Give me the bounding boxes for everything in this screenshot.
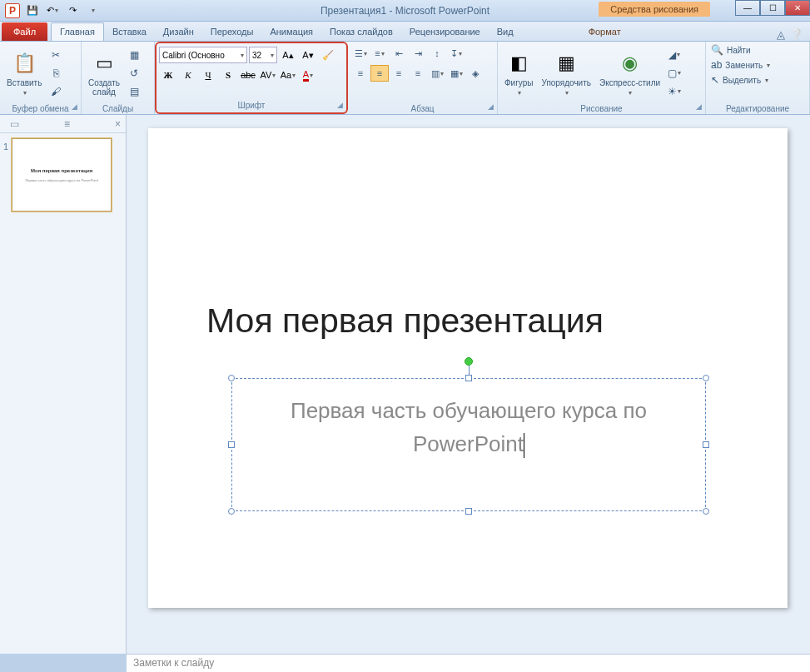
numbering-icon[interactable]: ≡▾ bbox=[370, 45, 389, 62]
align-left-icon[interactable]: ≡ bbox=[351, 65, 370, 82]
bold-button[interactable]: Ж bbox=[159, 67, 177, 83]
group-clipboard: 📋 Вставить ▾ ✂ ⎘ 🖌 Буфер обмена ◢ bbox=[0, 42, 82, 114]
subtitle-textbox[interactable]: Первая часть обучающего курса по PowerPo… bbox=[231, 378, 706, 511]
thumbnail-slide-1[interactable]: 1 Моя первая презентация Первая часть об… bbox=[0, 133, 126, 217]
section-icon[interactable]: ▤ bbox=[125, 83, 143, 100]
thumbnails-close-icon[interactable]: × bbox=[115, 118, 121, 130]
resize-handle-ne[interactable] bbox=[703, 375, 709, 381]
title-bar: P 💾 ↶▾ ↷ ▾ Презентация1 - Microsoft Powe… bbox=[0, 0, 810, 22]
font-size-combo[interactable]: 32▾ bbox=[249, 47, 277, 63]
paragraph-launcher[interactable]: ◢ bbox=[485, 102, 495, 112]
paste-button[interactable]: 📋 Вставить ▾ bbox=[3, 48, 45, 98]
paste-icon: 📋 bbox=[11, 50, 37, 77]
thumbnails-tab-outline-icon[interactable]: ≡ bbox=[64, 118, 70, 130]
align-center-icon[interactable]: ≡ bbox=[370, 65, 389, 82]
cut-icon[interactable]: ✂ bbox=[47, 47, 65, 63]
new-slide-icon: ▭ bbox=[91, 50, 117, 77]
bullets-icon[interactable]: ☰▾ bbox=[351, 45, 370, 62]
maximize-button[interactable]: ☐ bbox=[760, 0, 785, 16]
justify-icon[interactable]: ≡ bbox=[409, 65, 427, 82]
tab-slideshow[interactable]: Показ слайдов bbox=[321, 23, 401, 41]
format-painter-icon[interactable]: 🖌 bbox=[47, 83, 65, 100]
italic-button[interactable]: К bbox=[179, 67, 197, 83]
app-icon[interactable]: P bbox=[3, 2, 22, 20]
tab-file[interactable]: Файл bbox=[2, 22, 47, 41]
font-color-button[interactable]: A▾ bbox=[299, 67, 317, 83]
window-controls: — ☐ ✕ bbox=[735, 0, 810, 16]
font-name-combo[interactable]: Calibri (Основно▾ bbox=[159, 47, 247, 63]
rotation-handle[interactable] bbox=[465, 357, 473, 366]
workspace: ▭ ≡ × 1 Моя первая презентация Первая ча… bbox=[0, 115, 810, 654]
tab-transitions[interactable]: Переходы bbox=[202, 23, 262, 41]
minimize-button[interactable]: — bbox=[735, 0, 760, 16]
resize-handle-nw[interactable] bbox=[228, 375, 235, 381]
indent-dec-icon[interactable]: ⇤ bbox=[390, 45, 408, 62]
find-icon: 🔍 bbox=[711, 44, 723, 56]
indent-inc-icon[interactable]: ⇥ bbox=[409, 45, 427, 62]
group-drawing: ◧ Фигуры▾ ▦ Упорядочить▾ ◉ Экспресс-стил… bbox=[498, 42, 706, 114]
text-direction-icon[interactable]: ↧▾ bbox=[447, 45, 465, 62]
arrange-button[interactable]: ▦ Упорядочить▾ bbox=[538, 48, 594, 98]
font-launcher[interactable]: ◢ bbox=[335, 101, 345, 111]
slide-canvas-area[interactable]: Моя первая презентация Первая часть обуч… bbox=[127, 115, 810, 654]
quick-styles-button[interactable]: ◉ Экспресс-стили▾ bbox=[596, 48, 663, 98]
tab-home[interactable]: Главная bbox=[51, 22, 104, 41]
tab-format[interactable]: Формат bbox=[580, 23, 629, 41]
thumbnails-tab-slides-icon[interactable]: ▭ bbox=[10, 118, 19, 130]
ribbon-minimize-icon[interactable]: ◬ bbox=[777, 28, 785, 41]
find-button[interactable]: 🔍Найти bbox=[709, 43, 753, 57]
slide-title-text[interactable]: Моя первая презентация bbox=[206, 301, 604, 341]
grow-font-icon[interactable]: A▴ bbox=[279, 47, 297, 63]
tab-view[interactable]: Вид bbox=[489, 23, 522, 41]
tab-animation[interactable]: Анимация bbox=[261, 23, 321, 41]
change-case-button[interactable]: Aa▾ bbox=[279, 67, 297, 83]
layout-icon[interactable]: ▦ bbox=[125, 47, 143, 63]
group-editing: 🔍Найти abЗаменить▾ ↖Выделить▾ Редактиров… bbox=[706, 42, 810, 114]
align-text-icon[interactable]: ▦▾ bbox=[447, 65, 465, 82]
tab-insert[interactable]: Вставка bbox=[104, 23, 155, 41]
resize-handle-sw[interactable] bbox=[228, 508, 235, 515]
redo-icon[interactable]: ↷ bbox=[63, 2, 82, 20]
shape-outline-icon[interactable]: ▢▾ bbox=[665, 65, 683, 82]
resize-handle-w[interactable] bbox=[228, 441, 235, 448]
align-right-icon[interactable]: ≡ bbox=[390, 65, 408, 82]
undo-icon[interactable]: ↶▾ bbox=[43, 2, 62, 20]
line-spacing-icon[interactable]: ↕ bbox=[428, 45, 446, 62]
shapes-button[interactable]: ◧ Фигуры▾ bbox=[501, 48, 536, 98]
subtitle-text[interactable]: Первая часть обучающего курса по PowerPo… bbox=[232, 379, 705, 460]
clear-format-icon[interactable]: 🧹 bbox=[319, 47, 337, 63]
arrange-icon: ▦ bbox=[553, 50, 579, 77]
resize-handle-s[interactable] bbox=[465, 508, 472, 515]
tab-design[interactable]: Дизайн bbox=[155, 23, 202, 41]
underline-button[interactable]: Ч bbox=[199, 67, 217, 83]
qat-customize-icon[interactable]: ▾ bbox=[83, 2, 102, 20]
tab-review[interactable]: Рецензирование bbox=[401, 23, 489, 41]
resize-handle-e[interactable] bbox=[703, 441, 709, 448]
smartart-icon[interactable]: ◈ bbox=[466, 65, 485, 82]
help-icon[interactable]: ❔ bbox=[790, 28, 803, 41]
close-button[interactable]: ✕ bbox=[785, 0, 810, 16]
new-slide-button[interactable]: ▭ Создать слайд bbox=[85, 48, 123, 98]
shrink-font-icon[interactable]: A▾ bbox=[299, 47, 317, 63]
clipboard-launcher[interactable]: ◢ bbox=[69, 102, 79, 112]
shape-effects-icon[interactable]: ☀▾ bbox=[665, 83, 683, 100]
columns-icon[interactable]: ▥▾ bbox=[428, 65, 446, 82]
copy-icon[interactable]: ⎘ bbox=[47, 65, 65, 82]
shadow-button[interactable]: S bbox=[219, 67, 237, 83]
resize-handle-n[interactable] bbox=[465, 375, 472, 381]
slide[interactable]: Моя первая презентация Первая часть обуч… bbox=[148, 128, 788, 608]
char-spacing-button[interactable]: AV▾ bbox=[259, 67, 277, 83]
replace-button[interactable]: abЗаменить▾ bbox=[709, 58, 772, 72]
reset-icon[interactable]: ↺ bbox=[125, 65, 143, 82]
notes-pane[interactable]: Заметки к слайду bbox=[127, 654, 810, 672]
strike-button[interactable]: abc bbox=[239, 67, 257, 83]
resize-handle-se[interactable] bbox=[703, 508, 709, 515]
ribbon: 📋 Вставить ▾ ✂ ⎘ 🖌 Буфер обмена ◢ ▭ Созд… bbox=[0, 42, 810, 115]
shapes-icon: ◧ bbox=[505, 50, 532, 77]
select-button[interactable]: ↖Выделить▾ bbox=[709, 73, 770, 87]
drawing-launcher[interactable]: ◢ bbox=[693, 102, 703, 112]
text-cursor bbox=[524, 433, 524, 458]
save-icon[interactable]: 💾 bbox=[23, 2, 42, 20]
quick-styles-icon: ◉ bbox=[617, 50, 644, 77]
shape-fill-icon[interactable]: ◢▾ bbox=[665, 47, 683, 63]
